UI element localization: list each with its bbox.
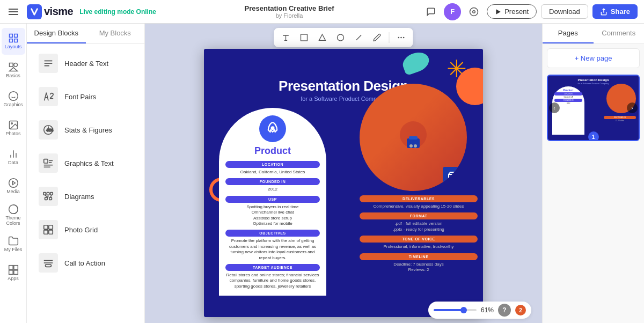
timeline-badge: TIMELINE [360, 253, 478, 260]
svg-rect-6 [14, 39, 17, 42]
top-header: visme Live editing mode Online Presentat… [0, 0, 644, 24]
tone-value: Professional, informative, trustworthy [360, 244, 478, 249]
svg-rect-22 [9, 270, 13, 275]
founded-badge: FOUNDED IN [225, 178, 320, 185]
svg-rect-3 [9, 34, 12, 38]
zoom-slider[interactable] [434, 309, 477, 311]
share-button[interactable]: Share [592, 4, 638, 19]
avatar-button[interactable]: F [444, 3, 461, 20]
svg-point-51 [338, 34, 344, 41]
svg-rect-37 [45, 197, 48, 200]
download-button[interactable]: Download [541, 4, 588, 19]
icon-sidebar: Layouts Basics Graphics Photos [0, 24, 27, 323]
help-button[interactable]: ? [498, 304, 511, 317]
panel-label-header-text: Header & Text [64, 60, 108, 68]
tab-pages[interactable]: Pages [543, 24, 594, 43]
pages-panel: Pages Comments + New page Presentation D… [542, 24, 644, 323]
big-circle [360, 84, 467, 191]
svg-point-55 [272, 127, 274, 130]
slide-content: ✳ Presentation Design for a Software Pro… [204, 49, 483, 317]
svg-point-0 [470, 8, 478, 16]
panel-items-list: Header & Text Font Pairs [27, 44, 144, 323]
svg-point-59 [409, 144, 413, 148]
sidebar-label-apps: Apps [8, 276, 19, 282]
presentation-title: Presentation Creative Brief [245, 4, 334, 12]
founded-value: 2012 [225, 187, 320, 192]
tab-design-blocks[interactable]: Design Blocks [27, 24, 86, 43]
panel-item-header-text[interactable]: Header & Text [30, 47, 141, 79]
svg-point-1 [473, 10, 475, 13]
svg-rect-57 [407, 138, 420, 148]
svg-marker-50 [319, 34, 326, 40]
bag-icon [443, 167, 464, 188]
canvas-frame: ✳ Presentation Design for a Software Pro… [204, 49, 483, 317]
deliverables-badge: DELIVERABLES [360, 195, 478, 202]
design-panel: Design Blocks My Blocks Header & Text [27, 24, 145, 323]
panel-tabs: Design Blocks My Blocks [27, 24, 144, 44]
notification-badge[interactable]: 2 [515, 305, 526, 315]
sidebar-item-apps[interactable]: Apps [2, 260, 25, 287]
format-value: .pdf - full editable version .pptx - rea… [360, 221, 478, 232]
sidebar-item-my-files[interactable]: My Files [2, 231, 25, 258]
zoom-handle[interactable] [460, 307, 467, 313]
svg-rect-7 [9, 63, 13, 67]
logo-text: visme [44, 5, 73, 18]
panel-item-photo-grid[interactable]: Photo Grid [30, 214, 141, 246]
panel-item-call-to-action[interactable]: Call to Action [30, 247, 141, 279]
sidebar-item-basics[interactable]: Basics [2, 57, 25, 84]
panel-label-cta: Call to Action [64, 259, 105, 267]
tab-comments[interactable]: Comments [594, 24, 645, 43]
header-left: visme Live editing mode Online [6, 4, 156, 19]
deliverables-value: Comprehensive, visually appealing 15-20 … [360, 204, 478, 209]
thumb-nav-right[interactable]: › [627, 102, 638, 113]
svg-rect-34 [43, 193, 46, 195]
deliverables-section: DELIVERABLES Comprehensive, visually app… [360, 195, 478, 273]
sidebar-label-photos: Photos [5, 131, 20, 137]
sidebar-item-data[interactable]: Data [2, 144, 25, 171]
rect-tool[interactable] [297, 30, 312, 45]
comment-icon-btn[interactable] [422, 3, 440, 20]
thumb-nav-left[interactable]: ‹ [549, 102, 560, 113]
svg-text:40%: 40% [46, 128, 53, 132]
page-thumbnail-1[interactable]: Presentation Design for a Software Produ… [547, 75, 640, 141]
svg-rect-21 [13, 266, 18, 270]
pen-tool[interactable] [370, 30, 385, 45]
more-tool[interactable] [394, 30, 409, 45]
sidebar-item-theme-colors[interactable]: Theme Colors [2, 202, 25, 229]
sidebar-label-basics: Basics [6, 74, 20, 79]
line-tool[interactable] [352, 30, 367, 45]
sidebar-item-photos[interactable]: Photos [2, 115, 25, 142]
svg-rect-58 [409, 136, 418, 140]
hamburger-icon[interactable] [6, 6, 20, 17]
panel-item-stats-figures[interactable]: 40% Stats & Figures [30, 114, 141, 146]
panel-item-font-pairs[interactable]: Font Pairs [30, 80, 141, 113]
text-tool[interactable] [279, 30, 294, 45]
svg-rect-38 [49, 197, 52, 200]
presentation-by: by Fiorella [276, 12, 303, 19]
triangle-tool[interactable] [315, 30, 330, 45]
target-icon-btn[interactable] [465, 3, 482, 20]
svg-marker-18 [12, 181, 15, 185]
panel-item-diagrams[interactable]: Diagrams [30, 180, 141, 212]
svg-rect-23 [13, 270, 18, 275]
timeline-value: Deadline: 7 business days Reviews: 2 [360, 262, 478, 273]
circle-tool[interactable] [333, 30, 348, 45]
sidebar-item-media[interactable]: Media [2, 173, 25, 200]
header-center: Presentation Creative Brief by Fiorella [245, 4, 334, 19]
panel-item-graphics-text[interactable]: Graphics & Text [30, 147, 141, 179]
editing-mode: Live editing mode Online [79, 8, 156, 16]
toolbar-divider [389, 32, 390, 43]
svg-rect-29 [44, 159, 48, 163]
svg-point-53 [400, 37, 402, 39]
present-button[interactable]: Present [487, 4, 537, 19]
format-badge: FORMAT [360, 212, 478, 219]
canvas-toolbar [274, 28, 413, 47]
sidebar-label-data: Data [8, 160, 18, 166]
sidebar-label-graphics: Graphics [3, 102, 23, 108]
sidebar-item-layouts[interactable]: Layouts [2, 28, 25, 55]
sidebar-label-theme: Theme Colors [2, 216, 25, 226]
sidebar-label-media: Media [6, 189, 20, 195]
new-page-button[interactable]: + New page [547, 48, 640, 68]
sidebar-item-graphics[interactable]: Graphics [2, 86, 25, 113]
tab-my-blocks[interactable]: My Blocks [86, 24, 145, 43]
